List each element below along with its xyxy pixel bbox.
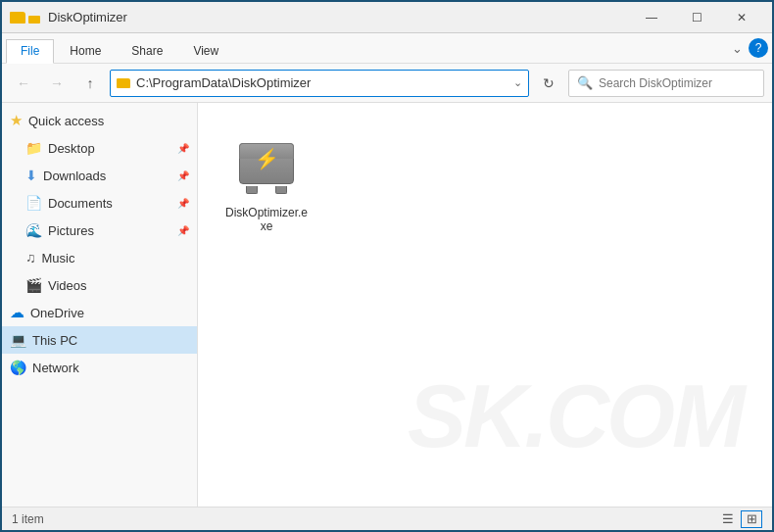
ribbon: File Home Share View ⌄ ? (2, 33, 772, 64)
sidebar-item-videos[interactable]: 🎬 Videos (2, 271, 197, 299)
quick-access-icon: ★ (10, 112, 23, 129)
network-icon: 🌎 (10, 360, 26, 375)
sidebar-item-quick-access[interactable]: ★ Quick access (2, 107, 197, 134)
sidebar-item-network[interactable]: 🌎 Network (2, 354, 197, 381)
up-button[interactable]: ↑ (76, 70, 104, 97)
detail-view-button[interactable]: ☰ (717, 510, 739, 528)
address-bar-row: ← → ↑ ⌄ ↻ 🔍 (2, 64, 772, 103)
pin-icon-desktop: 📌 (177, 143, 189, 154)
tab-file[interactable]: File (6, 39, 54, 64)
sidebar-item-downloads[interactable]: ⬇ Downloads 📌 (2, 162, 197, 189)
sidebar-label-thispc: This PC (32, 333, 77, 348)
address-box[interactable]: ⌄ (110, 70, 529, 97)
title-folder-icon2 (28, 16, 40, 24)
address-folder-icon (117, 78, 130, 88)
content-area: SK.COM ⚡ (198, 103, 772, 507)
ribbon-tabs: File Home Share View ⌄ ? (2, 33, 772, 63)
downloads-folder-icon: ⬇ (25, 168, 37, 183)
sidebar: ★ Quick access 📁 Desktop 📌 ⬇ Downloads 📌… (2, 103, 198, 507)
pin-icon-pictures: 📌 (177, 225, 189, 236)
onedrive-icon: ☁ (10, 304, 24, 321)
tile-view-button[interactable]: ⊞ (741, 510, 762, 528)
sidebar-item-documents[interactable]: 📄 Documents 📌 (2, 189, 197, 217)
address-input[interactable] (136, 75, 508, 90)
desktop-folder-icon: 📁 (25, 140, 42, 156)
sidebar-label-quick-access: Quick access (28, 114, 104, 128)
sidebar-label-music: Music (42, 251, 75, 266)
minimize-button[interactable]: — (629, 2, 674, 33)
maximize-button[interactable]: ☐ (674, 2, 719, 33)
sidebar-item-desktop[interactable]: 📁 Desktop 📌 (2, 134, 197, 162)
sidebar-label-onedrive: OneDrive (30, 306, 84, 320)
sidebar-label-network: Network (32, 361, 79, 375)
window-title: DiskOptimizer (48, 10, 629, 24)
pictures-icon: 🌊 (25, 222, 42, 238)
sidebar-item-music[interactable]: ♫ Music (2, 244, 197, 271)
tab-view[interactable]: View (178, 39, 233, 63)
tab-share[interactable]: Share (117, 39, 177, 63)
search-input[interactable] (599, 76, 755, 90)
thispc-icon: 💻 (10, 332, 26, 348)
sidebar-label-desktop: Desktop (48, 141, 171, 156)
explorer-window: DiskOptimizer — ☐ ✕ File Home Share View… (0, 0, 774, 532)
main-area: ★ Quick access 📁 Desktop 📌 ⬇ Downloads 📌… (2, 103, 772, 507)
ribbon-chevron-icon[interactable]: ⌄ (732, 41, 743, 56)
documents-icon: 📄 (25, 195, 42, 211)
file-label: DiskOptimizer.exe (222, 206, 311, 233)
file-icon-container: ⚡ (232, 131, 301, 200)
ribbon-help-button[interactable]: ? (749, 38, 768, 58)
title-bar: DiskOptimizer — ☐ ✕ (2, 2, 772, 33)
forward-button[interactable]: → (43, 70, 71, 97)
refresh-button[interactable]: ↻ (535, 70, 562, 97)
sidebar-label-videos: Videos (48, 278, 87, 293)
videos-icon: 🎬 (25, 277, 42, 293)
window-controls: — ☐ ✕ (629, 2, 764, 33)
pin-icon-documents: 📌 (177, 198, 189, 209)
close-button[interactable]: ✕ (719, 2, 764, 33)
sidebar-item-thispc[interactable]: 💻 This PC (2, 326, 197, 354)
view-buttons: ☰ ⊞ (717, 510, 762, 528)
item-count: 1 item (12, 512, 44, 526)
sidebar-label-pictures: Pictures (48, 223, 171, 238)
back-button[interactable]: ← (10, 70, 37, 97)
exe-icon: ⚡ (236, 137, 297, 194)
search-box[interactable]: 🔍 (568, 70, 764, 97)
sidebar-label-documents: Documents (48, 196, 171, 211)
detail-view-icon: ☰ (722, 511, 734, 526)
watermark: SK.COM (408, 366, 743, 467)
sidebar-label-downloads: Downloads (43, 169, 171, 183)
status-bar: 1 item ☰ ⊞ (2, 507, 772, 530)
sidebar-item-pictures[interactable]: 🌊 Pictures 📌 (2, 217, 197, 244)
pin-icon-downloads: 📌 (177, 170, 189, 181)
tab-home[interactable]: Home (55, 39, 116, 63)
file-item-diskoptimizer[interactable]: ⚡ DiskOptimizer.exe (218, 122, 315, 240)
title-bar-icons (10, 12, 40, 24)
sidebar-item-onedrive[interactable]: ☁ OneDrive (2, 299, 197, 326)
address-chevron-icon[interactable]: ⌄ (513, 76, 522, 89)
tile-view-icon: ⊞ (747, 511, 757, 526)
search-icon: 🔍 (577, 75, 593, 90)
title-folder-icon (10, 12, 25, 24)
music-icon: ♫ (25, 250, 36, 266)
file-grid: ⚡ DiskOptimizer.exe (214, 119, 756, 244)
